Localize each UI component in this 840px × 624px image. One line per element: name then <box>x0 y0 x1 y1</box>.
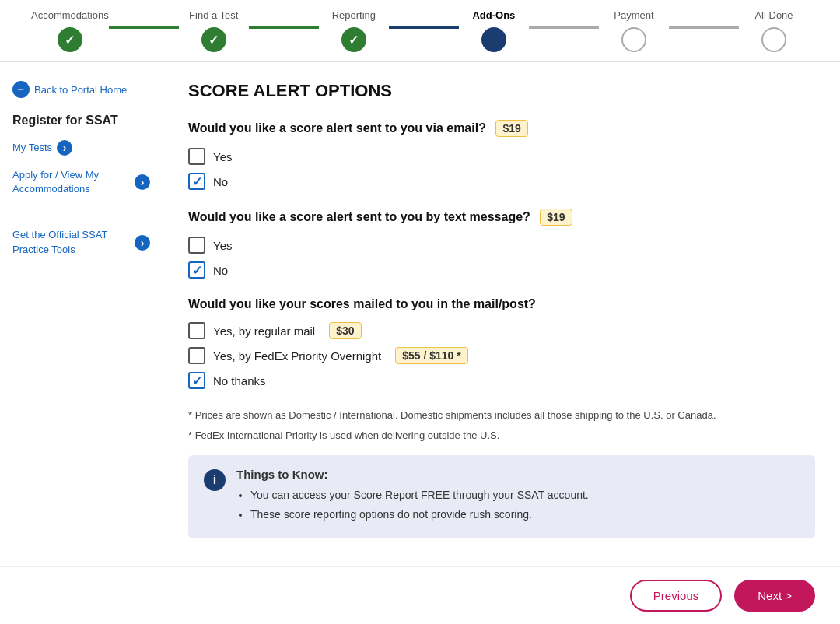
step-find-test: Find a Test <box>179 9 249 52</box>
step-reporting-circle <box>341 27 366 52</box>
step-addons: Add-Ons <box>459 9 529 52</box>
steps: Accommodations Find a Test Reporting Add… <box>31 9 809 52</box>
q3-nothanks-checkbox[interactable] <box>188 372 205 389</box>
layout: Back to Portal Home Register for SSAT My… <box>0 62 840 566</box>
connector-2 <box>249 26 319 29</box>
step-alldone-label: All Done <box>754 9 793 21</box>
step-find-test-label: Find a Test <box>189 9 238 21</box>
step-accommodations: Accommodations <box>31 9 109 52</box>
step-alldone: All Done <box>739 9 809 52</box>
q1-label: Would you like a score alert sent to you… <box>188 120 815 137</box>
q2-no-checkbox[interactable] <box>188 261 205 279</box>
q2-yes-checkbox[interactable] <box>188 237 205 254</box>
q3-nothanks-label: No thanks <box>213 374 266 387</box>
connector-4 <box>529 26 599 29</box>
q3-regularmail-row: Yes, by regular mail $30 <box>188 322 815 339</box>
q3-label: Would you like your scores mailed to you… <box>188 297 815 311</box>
step-reporting-label: Reporting <box>332 9 376 21</box>
step-payment: Payment <box>599 9 669 52</box>
q1-yes-label: Yes <box>213 150 232 163</box>
q2-yes-row: Yes <box>188 237 815 254</box>
footer: Previous Next > <box>0 566 840 624</box>
connector-3 <box>389 26 459 29</box>
q3-regularmail-label: Yes, by regular mail <box>213 324 315 338</box>
step-addons-circle <box>481 27 506 52</box>
sidebar-accommodations[interactable]: Apply for / View My Accommodations <box>0 162 163 202</box>
step-payment-label: Payment <box>614 9 653 21</box>
info-title: Things to Know: <box>236 468 800 481</box>
sidebar: Back to Portal Home Register for SSAT My… <box>0 62 163 566</box>
q3-fedex-label: Yes, by FedEx Priority Overnight <box>213 349 381 363</box>
practice-tools-label: Get the Official SSAT Practice Tools <box>12 228 130 256</box>
info-content: Things to Know: You can access your Scor… <box>236 468 800 526</box>
back-label: Back to Portal Home <box>34 84 127 96</box>
step-find-test-circle <box>201 27 226 52</box>
q1-no-checkbox[interactable] <box>188 173 205 190</box>
previous-button[interactable]: Previous <box>630 580 722 612</box>
sidebar-divider <box>12 212 150 212</box>
q3-regularmail-checkbox[interactable] <box>188 322 205 339</box>
step-payment-circle <box>621 27 646 52</box>
back-icon <box>12 81 30 98</box>
q2-no-label: No <box>213 264 228 277</box>
info-box: i Things to Know: You can access your Sc… <box>188 455 815 538</box>
q2-checkbox-group: Yes No <box>188 237 815 279</box>
q2-yes-label: Yes <box>213 239 232 252</box>
step-accommodations-label: Accommodations <box>31 9 109 21</box>
q1-price-badge: $19 <box>495 120 527 137</box>
info-item-2: These score reporting options do not pro… <box>250 507 800 523</box>
accommodations-label: Apply for / View My Accommodations <box>12 168 130 196</box>
q3-checkbox-group: Yes, by regular mail $30 Yes, by FedEx P… <box>188 322 815 389</box>
q3-fedex-price: $55 / $110 * <box>395 347 468 364</box>
connector-1 <box>109 26 179 29</box>
sidebar-title: Register for SSAT <box>0 104 163 134</box>
q3-fedex-row: Yes, by FedEx Priority Overnight $55 / $… <box>188 347 815 364</box>
connector-5 <box>669 26 739 29</box>
info-list: You can access your Score Report FREE th… <box>236 487 800 523</box>
step-reporting: Reporting <box>319 9 389 52</box>
q2-price-badge: $19 <box>540 209 572 226</box>
back-to-portal-link[interactable]: Back to Portal Home <box>0 75 163 104</box>
next-button[interactable]: Next > <box>734 580 815 612</box>
q3-regularmail-price: $30 <box>329 322 361 339</box>
q1-no-label: No <box>213 175 228 188</box>
step-accommodations-circle <box>58 27 82 52</box>
q2-no-row: No <box>188 261 815 279</box>
sidebar-practice-tools[interactable]: Get the Official SSAT Practice Tools <box>0 222 163 262</box>
progress-bar-area: Accommodations Find a Test Reporting Add… <box>16 2 824 60</box>
note2: * FedEx International Priority is used w… <box>188 428 815 443</box>
step-alldone-circle <box>761 27 786 52</box>
page-title: SCORE ALERT OPTIONS <box>188 81 815 101</box>
sidebar-my-tests[interactable]: My Tests <box>0 134 163 162</box>
step-addons-label: Add-Ons <box>472 9 515 21</box>
q1-checkbox-group: Yes No <box>188 148 815 190</box>
main-content: SCORE ALERT OPTIONS Would you like a sco… <box>163 62 840 566</box>
q3-fedex-checkbox[interactable] <box>188 347 205 364</box>
my-tests-label: My Tests <box>12 141 52 155</box>
my-tests-arrow-icon <box>57 140 72 156</box>
q1-yes-row: Yes <box>188 148 815 165</box>
header: Accommodations Find a Test Reporting Add… <box>0 0 840 62</box>
q2-label: Would you like a score alert sent to you… <box>188 209 815 226</box>
practice-tools-arrow-icon <box>135 235 150 251</box>
note1: * Prices are shown as Domestic / Interna… <box>188 408 815 423</box>
q1-yes-checkbox[interactable] <box>188 148 205 165</box>
accommodations-arrow-icon <box>135 174 150 190</box>
q1-no-row: No <box>188 173 815 190</box>
info-item-1: You can access your Score Report FREE th… <box>250 487 800 503</box>
info-icon: i <box>204 469 226 491</box>
q3-nothanks-row: No thanks <box>188 372 815 389</box>
